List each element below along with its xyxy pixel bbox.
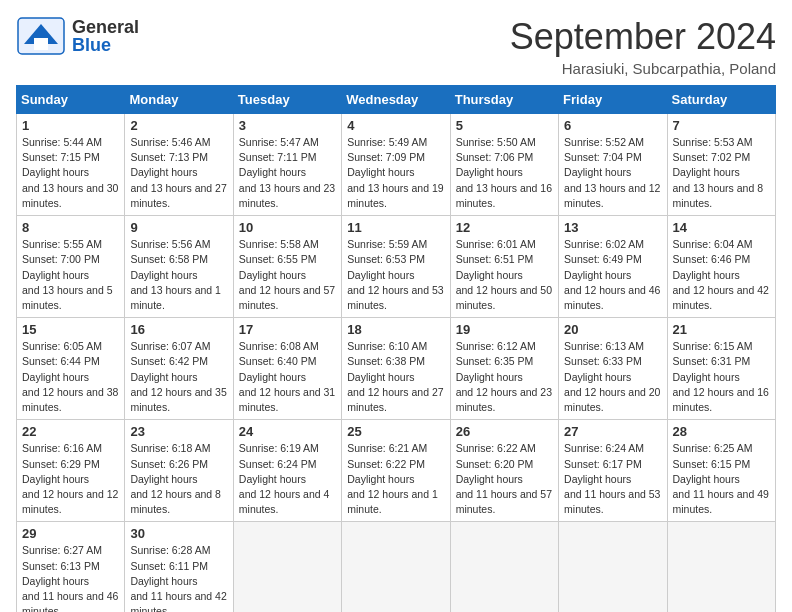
day-info: Sunrise: 5:50 AM Sunset: 7:06 PM Dayligh…	[456, 135, 553, 211]
col-friday: Friday	[559, 86, 667, 114]
calendar-cell-day-24: 24 Sunrise: 6:19 AM Sunset: 6:24 PM Dayl…	[233, 420, 341, 522]
calendar-cell-day-19: 19 Sunrise: 6:12 AM Sunset: 6:35 PM Dayl…	[450, 318, 558, 420]
calendar-cell-day-20: 20 Sunrise: 6:13 AM Sunset: 6:33 PM Dayl…	[559, 318, 667, 420]
day-info: Sunrise: 5:49 AM Sunset: 7:09 PM Dayligh…	[347, 135, 444, 211]
day-info: Sunrise: 5:59 AM Sunset: 6:53 PM Dayligh…	[347, 237, 444, 313]
calendar-cell-day-2: 2 Sunrise: 5:46 AM Sunset: 7:13 PM Dayli…	[125, 114, 233, 216]
calendar-cell-day-8: 8 Sunrise: 5:55 AM Sunset: 7:00 PM Dayli…	[17, 216, 125, 318]
day-number: 18	[347, 322, 444, 337]
calendar-week-2: 8 Sunrise: 5:55 AM Sunset: 7:00 PM Dayli…	[17, 216, 776, 318]
col-saturday: Saturday	[667, 86, 775, 114]
day-number: 21	[673, 322, 770, 337]
day-info: Sunrise: 6:18 AM Sunset: 6:26 PM Dayligh…	[130, 441, 227, 517]
empty-cell	[342, 522, 450, 612]
calendar-week-5: 29 Sunrise: 6:27 AM Sunset: 6:13 PM Dayl…	[17, 522, 776, 612]
calendar-week-3: 15 Sunrise: 6:05 AM Sunset: 6:44 PM Dayl…	[17, 318, 776, 420]
calendar-cell-day-17: 17 Sunrise: 6:08 AM Sunset: 6:40 PM Dayl…	[233, 318, 341, 420]
empty-cell	[559, 522, 667, 612]
col-thursday: Thursday	[450, 86, 558, 114]
day-number: 16	[130, 322, 227, 337]
day-number: 2	[130, 118, 227, 133]
col-monday: Monday	[125, 86, 233, 114]
day-number: 14	[673, 220, 770, 235]
day-info: Sunrise: 6:10 AM Sunset: 6:38 PM Dayligh…	[347, 339, 444, 415]
day-info: Sunrise: 5:52 AM Sunset: 7:04 PM Dayligh…	[564, 135, 661, 211]
day-number: 3	[239, 118, 336, 133]
calendar-cell-day-18: 18 Sunrise: 6:10 AM Sunset: 6:38 PM Dayl…	[342, 318, 450, 420]
day-number: 11	[347, 220, 444, 235]
day-number: 20	[564, 322, 661, 337]
calendar-header-row: Sunday Monday Tuesday Wednesday Thursday…	[17, 86, 776, 114]
calendar-cell-day-7: 7 Sunrise: 5:53 AM Sunset: 7:02 PM Dayli…	[667, 114, 775, 216]
calendar-cell-day-21: 21 Sunrise: 6:15 AM Sunset: 6:31 PM Dayl…	[667, 318, 775, 420]
day-info: Sunrise: 5:47 AM Sunset: 7:11 PM Dayligh…	[239, 135, 336, 211]
calendar-cell-day-9: 9 Sunrise: 5:56 AM Sunset: 6:58 PM Dayli…	[125, 216, 233, 318]
page-header: General Blue September 2024 Harasiuki, S…	[16, 16, 776, 77]
day-info: Sunrise: 6:22 AM Sunset: 6:20 PM Dayligh…	[456, 441, 553, 517]
day-number: 1	[22, 118, 119, 133]
day-number: 7	[673, 118, 770, 133]
logo-general: General	[72, 18, 139, 36]
title-section: September 2024 Harasiuki, Subcarpathia, …	[510, 16, 776, 77]
day-info: Sunrise: 5:58 AM Sunset: 6:55 PM Dayligh…	[239, 237, 336, 313]
calendar-cell-day-10: 10 Sunrise: 5:58 AM Sunset: 6:55 PM Dayl…	[233, 216, 341, 318]
day-info: Sunrise: 5:53 AM Sunset: 7:02 PM Dayligh…	[673, 135, 770, 211]
calendar-cell-day-4: 4 Sunrise: 5:49 AM Sunset: 7:09 PM Dayli…	[342, 114, 450, 216]
empty-cell	[450, 522, 558, 612]
day-number: 27	[564, 424, 661, 439]
empty-cell	[233, 522, 341, 612]
day-number: 15	[22, 322, 119, 337]
calendar-week-4: 22 Sunrise: 6:16 AM Sunset: 6:29 PM Dayl…	[17, 420, 776, 522]
day-number: 4	[347, 118, 444, 133]
calendar-cell-day-22: 22 Sunrise: 6:16 AM Sunset: 6:29 PM Dayl…	[17, 420, 125, 522]
day-number: 24	[239, 424, 336, 439]
day-number: 10	[239, 220, 336, 235]
calendar-cell-day-26: 26 Sunrise: 6:22 AM Sunset: 6:20 PM Dayl…	[450, 420, 558, 522]
day-info: Sunrise: 6:02 AM Sunset: 6:49 PM Dayligh…	[564, 237, 661, 313]
day-info: Sunrise: 6:12 AM Sunset: 6:35 PM Dayligh…	[456, 339, 553, 415]
day-number: 9	[130, 220, 227, 235]
day-info: Sunrise: 6:27 AM Sunset: 6:13 PM Dayligh…	[22, 543, 119, 612]
day-number: 26	[456, 424, 553, 439]
day-info: Sunrise: 6:04 AM Sunset: 6:46 PM Dayligh…	[673, 237, 770, 313]
calendar-cell-day-13: 13 Sunrise: 6:02 AM Sunset: 6:49 PM Dayl…	[559, 216, 667, 318]
day-info: Sunrise: 6:01 AM Sunset: 6:51 PM Dayligh…	[456, 237, 553, 313]
day-info: Sunrise: 6:07 AM Sunset: 6:42 PM Dayligh…	[130, 339, 227, 415]
day-info: Sunrise: 6:15 AM Sunset: 6:31 PM Dayligh…	[673, 339, 770, 415]
calendar-cell-day-16: 16 Sunrise: 6:07 AM Sunset: 6:42 PM Dayl…	[125, 318, 233, 420]
location: Harasiuki, Subcarpathia, Poland	[510, 60, 776, 77]
day-info: Sunrise: 6:28 AM Sunset: 6:11 PM Dayligh…	[130, 543, 227, 612]
calendar-cell-day-29: 29 Sunrise: 6:27 AM Sunset: 6:13 PM Dayl…	[17, 522, 125, 612]
day-number: 19	[456, 322, 553, 337]
logo: General Blue	[16, 16, 139, 56]
calendar-cell-day-28: 28 Sunrise: 6:25 AM Sunset: 6:15 PM Dayl…	[667, 420, 775, 522]
col-wednesday: Wednesday	[342, 86, 450, 114]
day-number: 17	[239, 322, 336, 337]
day-info: Sunrise: 6:25 AM Sunset: 6:15 PM Dayligh…	[673, 441, 770, 517]
svg-rect-2	[34, 38, 48, 50]
logo-text: General Blue	[72, 18, 139, 54]
logo-blue: Blue	[72, 36, 139, 54]
day-number: 6	[564, 118, 661, 133]
calendar-cell-day-1: 1 Sunrise: 5:44 AM Sunset: 7:15 PM Dayli…	[17, 114, 125, 216]
day-info: Sunrise: 6:16 AM Sunset: 6:29 PM Dayligh…	[22, 441, 119, 517]
day-info: Sunrise: 5:44 AM Sunset: 7:15 PM Dayligh…	[22, 135, 119, 211]
day-info: Sunrise: 6:24 AM Sunset: 6:17 PM Dayligh…	[564, 441, 661, 517]
day-info: Sunrise: 6:05 AM Sunset: 6:44 PM Dayligh…	[22, 339, 119, 415]
day-number: 23	[130, 424, 227, 439]
calendar-cell-day-25: 25 Sunrise: 6:21 AM Sunset: 6:22 PM Dayl…	[342, 420, 450, 522]
calendar-cell-day-11: 11 Sunrise: 5:59 AM Sunset: 6:53 PM Dayl…	[342, 216, 450, 318]
calendar-cell-day-6: 6 Sunrise: 5:52 AM Sunset: 7:04 PM Dayli…	[559, 114, 667, 216]
col-tuesday: Tuesday	[233, 86, 341, 114]
month-title: September 2024	[510, 16, 776, 58]
calendar-cell-day-5: 5 Sunrise: 5:50 AM Sunset: 7:06 PM Dayli…	[450, 114, 558, 216]
day-info: Sunrise: 5:56 AM Sunset: 6:58 PM Dayligh…	[130, 237, 227, 313]
day-number: 8	[22, 220, 119, 235]
calendar-cell-day-12: 12 Sunrise: 6:01 AM Sunset: 6:51 PM Dayl…	[450, 216, 558, 318]
day-info: Sunrise: 6:21 AM Sunset: 6:22 PM Dayligh…	[347, 441, 444, 517]
day-number: 12	[456, 220, 553, 235]
empty-cell	[667, 522, 775, 612]
logo-icon	[16, 16, 66, 56]
calendar-table: Sunday Monday Tuesday Wednesday Thursday…	[16, 85, 776, 612]
day-number: 29	[22, 526, 119, 541]
